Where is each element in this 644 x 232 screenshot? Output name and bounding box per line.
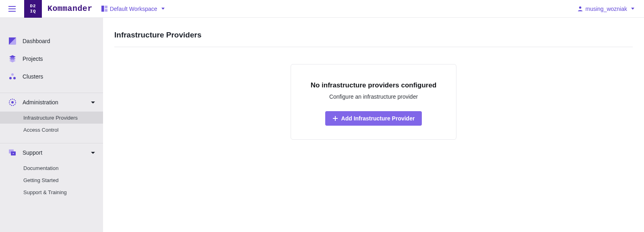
workspace-label: Default Workspace xyxy=(110,6,157,12)
sidebar-item-label: Projects xyxy=(23,56,43,62)
svg-point-9 xyxy=(9,77,12,79)
chevron-down-icon xyxy=(631,8,634,10)
dashboard-icon xyxy=(9,37,16,45)
topbar: D2 IQ Kommander Default Workspace musing… xyxy=(0,0,644,18)
sidebar-item-label: Clusters xyxy=(23,73,43,80)
sidebar-item-label: Getting Started xyxy=(23,177,58,183)
chevron-down-icon xyxy=(91,102,95,104)
sidebar-item-documentation[interactable]: Documentation xyxy=(0,162,103,174)
add-infrastructure-provider-button[interactable]: Add Infrastructure Provider xyxy=(325,111,422,126)
sidebar-section-label: Support xyxy=(23,149,42,156)
svg-rect-4 xyxy=(105,6,107,8)
main-content: Infrastructure Providers No infrastructu… xyxy=(103,18,644,232)
svg-point-10 xyxy=(13,77,16,79)
sidebar-item-infrastructure-providers[interactable]: Infrastructure Providers xyxy=(0,112,103,124)
svg-point-8 xyxy=(11,73,14,76)
user-menu[interactable]: musing_wozniak xyxy=(577,6,635,12)
gear-icon xyxy=(9,99,16,106)
hamburger-button[interactable] xyxy=(0,0,24,18)
svg-rect-5 xyxy=(105,9,107,12)
sidebar: Dashboard Projects Clusters xyxy=(0,18,103,232)
brand-logo: D2 IQ xyxy=(24,0,42,18)
support-icon xyxy=(9,149,16,156)
plus-icon xyxy=(332,116,338,121)
divider xyxy=(114,47,633,47)
sidebar-item-getting-started[interactable]: Getting Started xyxy=(0,174,103,186)
sidebar-item-label: Dashboard xyxy=(23,38,50,44)
user-label: musing_wozniak xyxy=(586,6,627,12)
svg-rect-3 xyxy=(101,6,104,12)
projects-icon xyxy=(9,55,16,62)
sidebar-item-projects[interactable]: Projects xyxy=(0,50,103,68)
page-title: Infrastructure Providers xyxy=(114,31,633,47)
sidebar-section-label: Administration xyxy=(23,99,58,106)
logo-line-2: IQ xyxy=(30,9,36,14)
menu-icon xyxy=(8,6,16,12)
empty-state-title: No infrastructure providers configured xyxy=(299,81,448,89)
svg-point-6 xyxy=(579,6,581,9)
sidebar-item-label: Documentation xyxy=(23,165,58,171)
clusters-icon xyxy=(9,73,16,80)
logo-line-1: D2 xyxy=(30,4,36,8)
sidebar-section-administration[interactable]: Administration xyxy=(0,93,103,112)
sidebar-section-support[interactable]: Support xyxy=(0,143,103,162)
sidebar-item-label: Infrastructure Providers xyxy=(23,115,78,121)
svg-point-12 xyxy=(11,101,14,104)
sidebar-item-access-control[interactable]: Access Control xyxy=(0,124,103,136)
empty-state-card: No infrastructure providers configured C… xyxy=(291,64,456,140)
sidebar-item-support-training[interactable]: Support & Training xyxy=(0,186,103,198)
sidebar-item-label: Access Control xyxy=(23,127,58,133)
workspace-switcher[interactable]: Default Workspace xyxy=(101,6,165,12)
chevron-down-icon xyxy=(161,8,165,10)
button-label: Add Infrastructure Provider xyxy=(341,115,415,122)
sidebar-item-clusters[interactable]: Clusters xyxy=(0,68,103,85)
chevron-down-icon xyxy=(91,152,95,154)
user-icon xyxy=(577,6,583,12)
workspace-icon xyxy=(101,6,107,12)
empty-state-subtitle: Configure an infrastructure provider xyxy=(299,93,448,100)
brand-name: Kommander xyxy=(47,4,93,13)
sidebar-item-dashboard[interactable]: Dashboard xyxy=(0,32,103,50)
sidebar-item-label: Support & Training xyxy=(23,189,67,195)
